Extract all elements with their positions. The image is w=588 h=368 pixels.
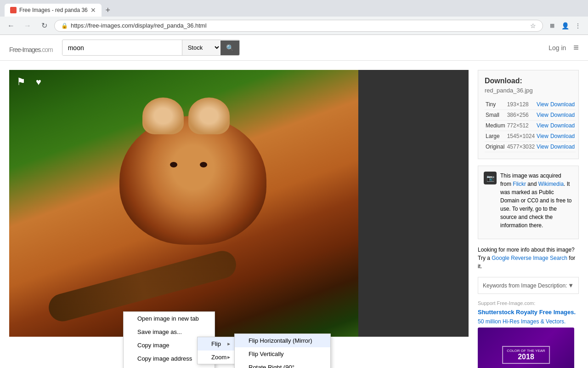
download-link-large[interactable]: Download [550,133,575,139]
tab-close-button[interactable]: ✕ [90,7,96,13]
main-image [9,70,358,337]
new-tab-button[interactable]: + [102,4,114,17]
ctx-flip-horizontal[interactable]: Flip Horizontally (Mirror) [235,334,330,347]
search-button[interactable]: 🔍 [220,40,239,55]
shutterstock-link-2[interactable]: 50 million Hi-Res Images & Vectors. [478,318,579,325]
menu-button[interactable]: ≡ [573,42,579,53]
info-text: This image was acquired from Flickr and … [500,172,573,230]
ctx-save-image-label: Save image as... [137,328,182,335]
nav-bar: ← → ↻ 🔒 https://free-images.com/display/… [0,17,588,35]
reload-button[interactable]: ↻ [38,19,51,32]
main-content: ⚑ ♥ Open image in new tab Save image as.… [0,61,588,368]
zoom-submenu-arrow: ► [226,355,231,360]
view-link-small[interactable]: View [537,112,548,118]
image-overlay-icons: ⚑ ♥ [15,75,45,88]
color-year-text: COLOR OF THE YEAR [507,349,545,353]
more-info-text2: Try a [478,255,492,261]
view-link-tiny[interactable]: View [537,101,548,108]
color-year-badge: COLOR OF THE YEAR 2018 [502,346,550,364]
ctx-rotate-right-label: Rotate Right (90° Clockwise) [249,364,321,368]
view-link-medium[interactable]: View [537,122,548,129]
flip-submenu: Flip Horizontally (Mirror) Flip Vertical… [234,334,331,368]
sidebar: Download: red_panda_36.jpg Tiny 193×128 … [478,70,579,368]
heart-icon[interactable]: ♥ [32,75,45,88]
ad-section: Support Free-Image.com: Shutterstock Roy… [478,300,579,368]
url-text: https://free-images.com/display/red_pand… [71,22,527,29]
menu-dots-icon[interactable]: ⋮ [572,20,583,31]
ctx-copy-image-label: Copy image [137,342,169,349]
flickr-link[interactable]: Flickr [513,181,526,187]
context-menu: Open image in new tab Save image as... C… [123,311,215,368]
size-row-tiny: Tiny 193×128 View Download [485,99,576,110]
ctx-flip[interactable]: Flip ► Flip Horizontally (Mirror) [198,337,240,351]
view-link-original[interactable]: View [537,144,548,150]
logo-suffix: .com [40,46,52,53]
info-text-mid: and [526,181,538,187]
search-type-select[interactable]: Stock All Editorial [182,40,220,55]
download-link-medium[interactable]: Download [550,122,575,129]
context-menu-box: Open image in new tab Save image as... C… [123,311,215,368]
download-section: Download: red_panda_36.jpg Tiny 193×128 … [478,70,579,159]
ctx-flip-vertically-label: Flip Vertically [249,351,284,357]
back-button[interactable]: ← [5,19,17,32]
image-container[interactable]: ⚑ ♥ Open image in new tab Save image as.… [9,70,469,337]
browser-nav-icons: ▦ 👤 ⋮ [547,20,583,31]
size-label-small: Small [485,110,506,121]
size-label-tiny: Tiny [485,99,506,110]
tab-bar: Free Images - red panda 36 ✕ + [0,0,588,17]
size-dims-small: 386×256 [506,110,536,121]
flip-submenu-box: Flip Horizontally (Mirror) Flip Vertical… [234,334,331,368]
size-row-small: Small 386×256 View Download [485,110,576,121]
flipper-submenu: Flip ► Flip Horizontally (Mirror) [197,337,241,364]
ctx-flip-vertically[interactable]: Flip Vertically [235,347,330,361]
search-input[interactable] [62,40,182,55]
ctx-open-new-tab-label: Open image in new tab [137,315,199,322]
lock-icon: 🔒 [61,23,68,29]
flipper-submenu-box: Flip ► Flip Horizontally (Mirror) [197,337,241,364]
ctx-rotate-right[interactable]: Rotate Right (90° Clockwise) [235,361,330,368]
flip-submenu-arrow: ► [226,341,231,346]
info-section: 📷 This image was acquired from Flickr an… [478,166,579,239]
size-label-large: Large [485,131,506,142]
active-tab[interactable]: Free Images - red panda 36 ✕ [5,4,102,17]
forward-button[interactable]: → [21,19,34,32]
login-link[interactable]: Log in [548,44,566,52]
size-label-original: Original [485,142,506,152]
extensions-icon[interactable]: ▦ [547,20,558,31]
ctx-copy-image-address-label: Copy image address [137,355,192,362]
ad-support-text: Support Free-Image.com: [478,300,579,306]
google-reverse-link[interactable]: Google Reverse Image Search [492,255,567,261]
size-dims-original: 4577×3032 [506,142,536,152]
shutterstock-ad-image[interactable]: COLOR OF THE YEAR 2018 SHUTTERSTOCK [478,328,574,368]
download-filename: red_panda_36.jpg [485,87,572,94]
tab-title: Free Images - red panda 36 [19,7,88,13]
size-dims-tiny: 193×128 [506,99,536,110]
ctx-flip-label: Flip [211,340,221,347]
download-link-original[interactable]: Download [550,144,575,150]
wikimedia-link[interactable]: Wikimedia [538,181,564,187]
browser-chrome: Free Images - red panda 36 ✕ + ← → ↻ 🔒 h… [0,0,588,35]
page: Free-Images.com Stock All Editorial 🔍 Lo… [0,35,588,368]
download-link-small[interactable]: Download [550,112,575,118]
site-logo: Free-Images.com [9,40,53,55]
size-row-original: Original 4577×3032 View Download [485,142,576,152]
size-label-medium: Medium [485,121,506,131]
ctx-search-google[interactable]: Search Google for image [124,365,215,368]
flag-icon[interactable]: ⚑ [15,75,28,88]
keywords-arrow: ▼ [568,282,574,289]
view-link-large[interactable]: View [537,133,548,139]
url-bar[interactable]: 🔒 https://free-images.com/display/red_pa… [54,20,543,32]
ctx-open-new-tab[interactable]: Open image in new tab [124,312,215,325]
more-info-section: Looking for more info about this image? … [478,246,579,270]
download-link-tiny[interactable]: Download [550,101,575,108]
keywords-label: Keywords from Image Description: [483,282,567,289]
keywords-section[interactable]: Keywords from Image Description: ▼ [478,277,579,294]
size-dims-large: 1545×1024 [506,131,536,142]
star-icon[interactable]: ☆ [530,22,536,29]
more-info-text1: Looking for more info about this image? [478,247,575,253]
logo-main: Free-Images [9,46,40,53]
account-icon[interactable]: 👤 [560,20,571,31]
download-title: Download: [485,77,572,85]
shutterstock-link-1[interactable]: Shutterstock Royalty Free Images. [478,309,579,316]
camera-icon: 📷 [484,172,497,184]
